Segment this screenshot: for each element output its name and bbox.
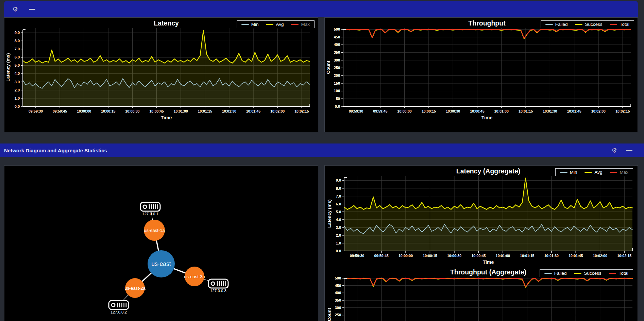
svg-text:Throughput: Throughput xyxy=(468,19,506,27)
latency-svg: 0.01.02.03.04.05.06.07.08.09.009:59:3009… xyxy=(4,19,314,122)
svg-text:450: 450 xyxy=(334,35,340,39)
svg-text:Time: Time xyxy=(483,259,494,265)
legend-item-max[interactable]: Max xyxy=(610,170,628,175)
legend-label: Total xyxy=(620,22,629,27)
top-panel-body: 0.01.02.03.04.05.06.07.08.09.009:59:3009… xyxy=(4,17,638,132)
legend-item-success[interactable]: Success xyxy=(574,271,601,276)
svg-text:9.0: 9.0 xyxy=(336,178,341,182)
svg-text:2.0: 2.0 xyxy=(15,88,20,92)
legend-label: Max xyxy=(301,22,310,27)
svg-text:400: 400 xyxy=(334,43,340,47)
legend-item-avg[interactable]: Avg xyxy=(266,22,284,27)
aggregate-charts-panel: 0.01.02.03.04.05.06.07.08.09.009:59:3009… xyxy=(324,165,638,321)
svg-text:200: 200 xyxy=(334,73,340,78)
throughput-svg: 0.05010015020025030035040045050009:59:30… xyxy=(325,19,635,122)
svg-text:10:02:15: 10:02:15 xyxy=(294,109,309,113)
server-ip-label: 127.0.0.3 xyxy=(210,289,226,293)
minimize-icon[interactable] xyxy=(29,9,35,10)
legend-item-min[interactable]: Min xyxy=(560,170,577,175)
gear-icon[interactable]: ⚙ xyxy=(611,147,617,154)
svg-text:5.0: 5.0 xyxy=(15,63,20,67)
legend-label: Avg xyxy=(276,22,284,27)
gear-icon[interactable]: ⚙ xyxy=(12,6,18,13)
svg-text:10:00:15: 10:00:15 xyxy=(423,254,437,258)
svg-text:8.0: 8.0 xyxy=(336,186,341,190)
svg-text:8.0: 8.0 xyxy=(15,39,20,43)
legend-item-failed[interactable]: Failed xyxy=(545,22,568,27)
throughput-aggregate-chart: 0.05010015020025030035040045050009:59:30… xyxy=(326,268,637,321)
legend-item-min[interactable]: Min xyxy=(241,22,259,27)
legend-item-max[interactable]: Max xyxy=(291,22,310,27)
svg-text:10:01:45: 10:01:45 xyxy=(569,254,583,258)
svg-text:10:00:45: 10:00:45 xyxy=(470,109,484,113)
svg-text:10:01:30: 10:01:30 xyxy=(543,109,557,113)
svg-text:09:59:45: 09:59:45 xyxy=(374,254,389,258)
legend-label: Success xyxy=(585,22,602,27)
legend-label: Max xyxy=(620,170,628,175)
legend-swatch xyxy=(609,273,616,274)
throughput-legend: FailedSuccessTotal xyxy=(541,20,634,28)
svg-text:10:00:15: 10:00:15 xyxy=(101,109,115,113)
svg-text:0.0: 0.0 xyxy=(15,104,20,108)
svg-text:Time: Time xyxy=(161,115,172,120)
svg-text:10:01:30: 10:01:30 xyxy=(222,109,236,113)
svg-text:10:00:00: 10:00:00 xyxy=(77,109,91,113)
legend-swatch xyxy=(610,172,617,173)
svg-text:350: 350 xyxy=(334,50,340,54)
svg-text:09:59:45: 09:59:45 xyxy=(373,109,387,113)
legend-label: Min xyxy=(251,22,259,27)
svg-text:6.0: 6.0 xyxy=(15,55,20,59)
svg-text:10:01:15: 10:01:15 xyxy=(520,254,534,258)
svg-text:10:00:45: 10:00:45 xyxy=(150,109,164,113)
latency-aggregate-chart: 0.01.02.03.04.05.06.07.08.09.009:59:3009… xyxy=(326,167,637,267)
svg-text:10:02:00: 10:02:00 xyxy=(270,109,285,113)
legend-item-total[interactable]: Total xyxy=(609,271,628,276)
svg-text:10:00:15: 10:00:15 xyxy=(422,109,436,113)
svg-text:500: 500 xyxy=(334,27,340,31)
svg-text:10:01:30: 10:01:30 xyxy=(544,254,559,258)
latency_agg-svg: 0.01.02.03.04.05.06.07.08.09.009:59:3009… xyxy=(326,167,637,267)
svg-text:500: 500 xyxy=(335,276,341,280)
legend-swatch xyxy=(584,172,592,173)
server-node-127.0.0.3[interactable]: 127.0.0.3 xyxy=(208,279,228,293)
network-svg[interactable]: us-eastus-east-1aus-east-2aus-east-3a127… xyxy=(4,166,318,321)
legend-swatch xyxy=(241,24,249,25)
legend-label: Failed xyxy=(554,271,567,276)
minimize-icon[interactable] xyxy=(626,150,632,151)
throughput_agg-legend: FailedSuccessTotal xyxy=(540,269,633,277)
legend-item-success[interactable]: Success xyxy=(575,22,602,27)
svg-text:10:02:15: 10:02:15 xyxy=(617,254,631,258)
legend-item-total[interactable]: Total xyxy=(610,22,629,27)
legend-item-failed[interactable]: Failed xyxy=(544,271,567,276)
throughput-series-success xyxy=(343,30,631,39)
legend-item-avg[interactable]: Avg xyxy=(584,170,602,175)
svg-text:0.0: 0.0 xyxy=(336,249,341,253)
legend-swatch xyxy=(545,24,553,25)
server-ip-label: 127.0.0.1 xyxy=(142,212,158,216)
svg-text:Throughput (Aggregate): Throughput (Aggregate) xyxy=(450,268,526,276)
node-label-us-east: us-east xyxy=(151,260,171,267)
svg-text:Latency (ms): Latency (ms) xyxy=(327,199,332,227)
legend-label: Avg xyxy=(594,170,602,175)
node-label-us-east-1a: us-east-1a xyxy=(144,228,165,233)
svg-text:1.0: 1.0 xyxy=(336,241,341,245)
svg-text:4.0: 4.0 xyxy=(336,218,341,222)
svg-text:10:00:30: 10:00:30 xyxy=(446,109,460,113)
svg-text:10:01:45: 10:01:45 xyxy=(567,109,581,113)
svg-text:10:00:45: 10:00:45 xyxy=(471,254,486,258)
throughput_agg-series-success xyxy=(344,278,632,287)
svg-text:250: 250 xyxy=(334,66,340,70)
svg-text:7.0: 7.0 xyxy=(15,47,20,51)
svg-text:10:01:15: 10:01:15 xyxy=(198,109,212,113)
svg-text:100: 100 xyxy=(334,89,340,93)
svg-text:10:00:30: 10:00:30 xyxy=(125,109,139,113)
svg-text:4.0: 4.0 xyxy=(15,71,20,75)
svg-text:400: 400 xyxy=(335,291,341,295)
server-node-127.0.0.2[interactable]: 127.0.0.2 xyxy=(109,301,129,314)
legend-label: Min xyxy=(570,170,577,175)
svg-text:350: 350 xyxy=(335,298,341,302)
server-node-127.0.0.1[interactable]: 127.0.0.1 xyxy=(140,202,160,216)
svg-text:10:01:00: 10:01:00 xyxy=(494,109,509,113)
throughput-panel: 0.05010015020025030035040045050009:59:30… xyxy=(324,17,638,132)
network-section-body: us-eastus-east-1aus-east-2aus-east-3a127… xyxy=(4,165,638,321)
